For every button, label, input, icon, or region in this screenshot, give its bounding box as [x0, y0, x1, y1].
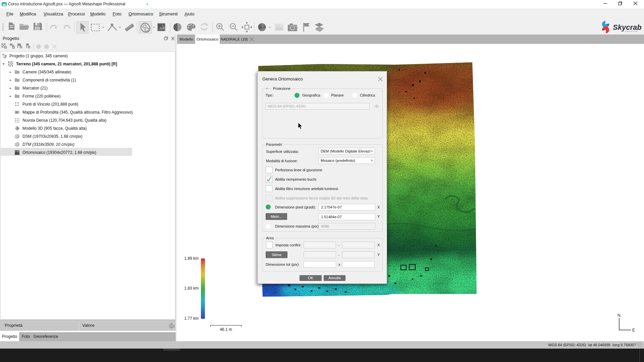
svg-text:N: N: [618, 313, 621, 318]
svg-text:E: E: [632, 328, 635, 333]
svg-text:Grab our view.: Grab our view.: [625, 30, 638, 32]
